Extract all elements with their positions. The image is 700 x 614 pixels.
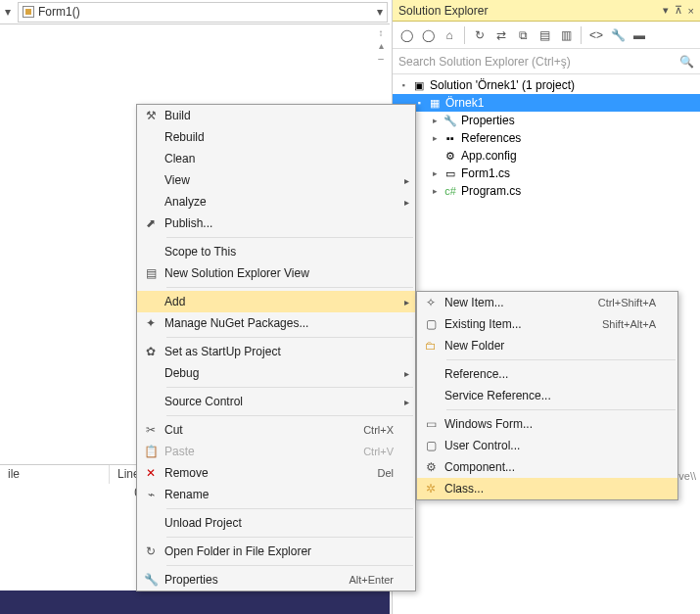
- menu-separator: [446, 359, 676, 360]
- menu-analyze[interactable]: Analyze▸: [137, 191, 415, 213]
- tree-node-references[interactable]: ▸ ▪▪ References: [393, 129, 700, 147]
- menu-cut[interactable]: ✂CutCtrl+X: [137, 419, 415, 441]
- menu-user-control[interactable]: ▢User Control...: [417, 435, 677, 456]
- menu-paste: 📋PasteCtrl+V: [137, 441, 415, 462]
- scope-dropdown-arrow[interactable]: ▾: [0, 2, 16, 22]
- solution-explorer-search[interactable]: Search Solution Explorer (Ctrl+ş) 🔍: [393, 49, 700, 74]
- refresh-button[interactable]: ↻: [470, 25, 490, 45]
- tree-node-program[interactable]: ▸ c# Program.cs: [393, 182, 700, 200]
- expander-icon[interactable]: ▸: [430, 186, 440, 196]
- menu-scope[interactable]: Scope to This: [137, 241, 415, 262]
- menu-rebuild[interactable]: Rebuild: [137, 126, 415, 148]
- menu-clean[interactable]: Clean: [137, 148, 415, 169]
- column-file[interactable]: ile: [0, 465, 110, 484]
- background-path-text: ve\\: [678, 470, 696, 482]
- menu-debug[interactable]: Debug▸: [137, 362, 415, 384]
- cut-icon: ✂: [137, 423, 164, 437]
- menu-publish[interactable]: ⬈Publish...: [137, 213, 415, 234]
- wrench-icon: 🔧: [443, 115, 457, 127]
- add-submenu: ✧New Item...Ctrl+Shift+A ▢Existing Item.…: [416, 291, 678, 500]
- panel-menu-icon[interactable]: ▾: [663, 4, 669, 17]
- existing-item-icon: ▢: [417, 317, 444, 331]
- editor-nav-bar: ▾ Form1() ▾: [0, 0, 390, 24]
- menu-service-reference[interactable]: Service Reference...: [417, 385, 677, 406]
- menu-startup[interactable]: ✿Set as StartUp Project: [137, 341, 415, 362]
- csproj-icon: ▦: [428, 97, 442, 110]
- expander-icon[interactable]: ▪: [398, 80, 408, 90]
- marker-icon: –: [378, 53, 384, 64]
- expander-icon[interactable]: ▸: [430, 133, 440, 143]
- menu-reference[interactable]: Reference...: [417, 363, 677, 385]
- editor-margin-icons: ↕ ▴ –: [372, 27, 390, 64]
- menu-add[interactable]: Add▸: [137, 291, 415, 312]
- tree-node-label: Form1.cs: [461, 166, 510, 180]
- tree-node-label: References: [461, 131, 521, 145]
- home-button[interactable]: ⌂: [440, 25, 459, 45]
- menu-properties[interactable]: 🔧PropertiesAlt+Enter: [137, 569, 415, 590]
- new-item-icon: ✧: [417, 296, 444, 309]
- close-icon[interactable]: ×: [688, 5, 694, 17]
- properties-button[interactable]: ▤: [535, 25, 554, 45]
- back-button[interactable]: ◯: [397, 25, 416, 45]
- menu-view[interactable]: View▸: [137, 169, 415, 191]
- project-context-menu: ⚒Build Rebuild Clean View▸ Analyze▸ ⬈Pub…: [136, 104, 416, 591]
- menu-class[interactable]: ✲Class...: [417, 478, 677, 499]
- folder-icon: 🗀: [417, 339, 444, 353]
- tree-node-label: Program.cs: [461, 184, 521, 198]
- more-button[interactable]: ▬: [630, 25, 649, 45]
- status-bar: [0, 590, 390, 614]
- view-code-button[interactable]: <>: [586, 25, 606, 45]
- search-placeholder: Search Solution Explorer (Ctrl+ş): [398, 55, 679, 69]
- tree-node-solution[interactable]: ▪ ▣ Solution 'Örnek1' (1 project): [393, 76, 700, 94]
- menu-component[interactable]: ⚙Component...: [417, 456, 677, 478]
- tree-node-label: Properties: [461, 114, 515, 127]
- menu-windows-form[interactable]: ▭Windows Form...: [417, 413, 677, 435]
- menu-source-control[interactable]: Source Control▸: [137, 391, 415, 412]
- search-icon[interactable]: 🔍: [679, 55, 694, 69]
- tree-node-form1[interactable]: ▸ ▭ Form1.cs: [393, 165, 700, 182]
- menu-separator: [166, 537, 413, 538]
- chevron-right-icon: ▸: [404, 175, 409, 186]
- sync-button[interactable]: ⇄: [491, 25, 511, 45]
- expander-icon[interactable]: ▸: [430, 168, 440, 178]
- menu-new-se-view[interactable]: ▤New Solution Explorer View: [137, 262, 415, 284]
- show-all-button[interactable]: ▥: [556, 25, 576, 45]
- chevron-right-icon: ▸: [404, 197, 409, 208]
- menu-unload[interactable]: Unload Project: [137, 512, 415, 534]
- tree-node-label: App.config: [461, 149, 517, 163]
- solution-explorer-titlebar[interactable]: Solution Explorer ▾ ⊼ ×: [393, 0, 700, 22]
- toolbar-separator: [581, 26, 582, 44]
- pin-icon[interactable]: ⊼: [675, 4, 682, 17]
- menu-open-folder[interactable]: ↻Open Folder in File Explorer: [137, 541, 415, 562]
- expander-icon[interactable]: ▸: [430, 116, 440, 125]
- menu-separator: [166, 237, 413, 238]
- tree-node-properties[interactable]: ▸ 🔧 Properties: [393, 112, 700, 129]
- tree-node-appconfig[interactable]: ⚙ App.config: [393, 147, 700, 165]
- menu-remove[interactable]: ✕RemoveDel: [137, 462, 415, 484]
- collapse-button[interactable]: ⧉: [513, 25, 533, 45]
- menu-separator: [166, 415, 413, 416]
- nuget-icon: ✦: [137, 316, 164, 330]
- member-combobox[interactable]: Form1() ▾: [18, 2, 388, 23]
- split-icon[interactable]: ↕: [379, 27, 384, 38]
- menu-separator: [166, 508, 413, 509]
- menu-existing-item[interactable]: ▢Existing Item...Shift+Alt+A: [417, 313, 677, 335]
- cs-icon: c#: [443, 185, 457, 197]
- panel-title: Solution Explorer: [398, 4, 657, 18]
- forward-button[interactable]: ◯: [418, 25, 438, 45]
- menu-new-folder[interactable]: 🗀New Folder: [417, 335, 677, 356]
- form-icon: ▭: [443, 167, 457, 180]
- menu-nuget[interactable]: ✦Manage NuGet Packages...: [137, 312, 415, 334]
- build-icon: ⚒: [137, 109, 164, 122]
- menu-separator: [166, 337, 413, 338]
- menu-rename[interactable]: ⌁Rename: [137, 484, 415, 505]
- paste-icon: 📋: [137, 445, 164, 458]
- menu-build[interactable]: ⚒Build: [137, 105, 415, 126]
- scroll-up-icon[interactable]: ▴: [379, 40, 384, 51]
- solution-explorer-toolbar: ◯ ◯ ⌂ ↻ ⇄ ⧉ ▤ ▥ <> 🔧 ▬: [393, 22, 700, 49]
- tree-node-project[interactable]: ▪ ▦ Örnek1: [393, 94, 700, 112]
- tree-node-label: Örnek1: [445, 96, 484, 110]
- references-icon: ▪▪: [443, 132, 457, 144]
- menu-new-item[interactable]: ✧New Item...Ctrl+Shift+A: [417, 292, 677, 313]
- wrench-button[interactable]: 🔧: [608, 25, 628, 45]
